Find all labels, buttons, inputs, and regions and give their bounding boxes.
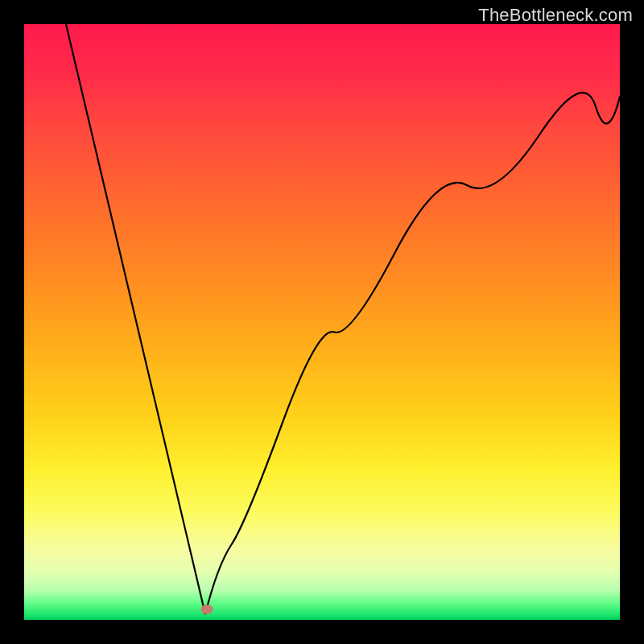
curve-svg [24, 24, 620, 620]
watermark-text: TheBottleneck.com [478, 5, 633, 26]
chart-frame: TheBottleneck.com [0, 0, 644, 644]
optimal-point-marker [201, 605, 213, 614]
plot-area [24, 24, 620, 620]
bottleneck-curve [66, 24, 620, 614]
